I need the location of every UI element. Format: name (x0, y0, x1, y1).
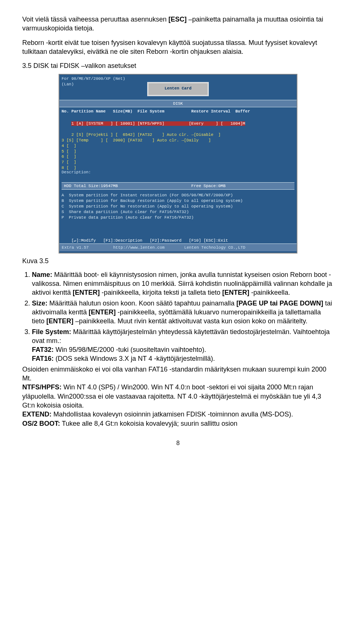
list-item-3: File System: Määrittää käyttöjärjestelmä… (32, 327, 334, 363)
page-key: [PAGE UP tai PAGE DOWN] (236, 300, 323, 307)
intro-paragraph-1: Voit vielä tässä vaiheessa peruuttaa ase… (22, 15, 334, 33)
numbered-list: Name: Määrittää boot- eli käynnistysosio… (32, 270, 334, 363)
text: -painikkeella. (249, 289, 290, 296)
figure-caption: Kuva 3.5 (22, 256, 334, 265)
section-heading: 3.5 DISK tai FDISK –valikon asetukset (22, 61, 334, 70)
text: Määrittää käyttöjärjestelmän yhteydessä … (32, 328, 330, 344)
list-item-2: Size: Määrittää halutun osion koon. Koon… (32, 299, 334, 326)
text: Osioiden enimmäiskoko ei voi olla vanhan… (22, 366, 326, 382)
ss-table-rows: 1 [A] [SYSTEM ] [ 10001] [NTFS/HPFS] [Ev… (62, 115, 294, 176)
list-item-1: Name: Määrittää boot- eli käynnistysosio… (32, 270, 334, 297)
field-name: Name: (32, 271, 52, 278)
ss-legend: A System partition for Instant restorati… (62, 193, 294, 220)
fat32-label: FAT32: (32, 346, 54, 353)
ntfs-label: NTFS/HPFS: (22, 383, 62, 391)
ss-disk-title: DISK (59, 100, 297, 107)
text: –painikkeella. Muut rivin kentät aktivoi… (73, 317, 307, 325)
os2boot-label: OS/2 BOOT: (22, 420, 60, 427)
ss-bottom-keys: [↵]:Modify [F1]:Description [F2]:Passwor… (62, 238, 294, 243)
ss-card-label: Lenten Card (147, 82, 209, 96)
enter-key: [ENTER] (46, 317, 73, 325)
ss-table-header: No. Partition Name Size(MB) File System … (62, 109, 294, 114)
disk-setup-screenshot: For 98/ME/NT/2000/XP (Net) (Lan) Lenten … (59, 74, 297, 254)
enter-key: [ENTER] (222, 289, 249, 296)
text: Määrittää halutun osion koon. Koon säätö… (47, 300, 236, 307)
enter-key: [ENTER] (89, 308, 116, 316)
field-name: Size: (32, 300, 47, 307)
fat16-label: FAT16: (32, 355, 54, 362)
text: Mahdollistaa kovalevyn osioinnin jatkami… (52, 411, 293, 418)
ss-description-label: Description: (62, 170, 91, 175)
ss-total-bar: HDD Total Size:19547MB Free Space:0MB (62, 182, 294, 190)
continuation-text: Osioiden enimmäiskoko ei voi olla vanhan… (22, 365, 334, 428)
esc-key: [ESC] (168, 16, 187, 23)
text: Win 95/98/ME/2000 -tuki (suositeltavin v… (54, 346, 206, 353)
text: Voit vielä tässä vaiheessa peruuttaa ase… (22, 16, 168, 23)
intro-paragraph-2: Reborn -kortit eivät tue toisen fyysisen… (22, 38, 334, 56)
page-number: 8 (22, 439, 334, 447)
ss-rows-rest: 2 [S] [Projekti ] [ 6542] [FAT32 ] Auto … (62, 133, 221, 170)
text: Tukee alle 8,4 Gt:n kokoisia kovalevyjä;… (60, 420, 237, 427)
enter-key: [ENTER] (73, 289, 100, 296)
text: Win NT 4.0 (SP5) / Win2000. Win NT 4.0:n… (22, 383, 321, 409)
ss-row-selected: 1 [A] [SYSTEM ] [ 10001] [NTFS/HPFS] [Ev… (71, 121, 245, 126)
text: -painikkeella, kirjoita teksti ja tallet… (100, 289, 222, 296)
text: (DOS sekä Windows 3.X ja NT 4 -käyttöjär… (54, 355, 215, 362)
field-name: File System: (32, 328, 71, 336)
extend-label: EXTEND: (22, 411, 52, 418)
ss-footer: Extra v1.57 http://www.lenten.com Lenten… (59, 243, 297, 251)
